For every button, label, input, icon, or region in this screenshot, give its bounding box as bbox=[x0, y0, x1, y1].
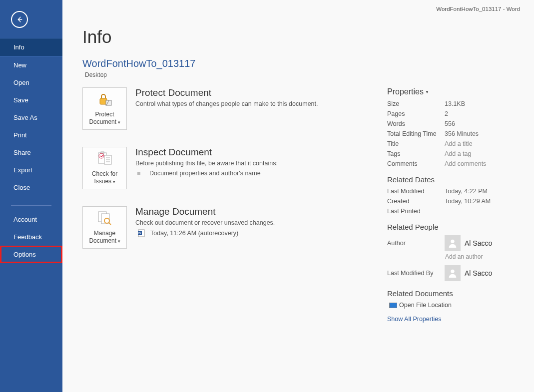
nav-open[interactable]: Open bbox=[0, 74, 62, 91]
actions-column: Protect Document ▾ Protect Document Cont… bbox=[82, 87, 387, 323]
last-modified-by-row: Last Modified By Al Sacco bbox=[387, 265, 522, 281]
bullet-icon bbox=[137, 172, 140, 175]
inspect-document-section: Check for Issues ▾ Inspect Document Befo… bbox=[82, 147, 387, 189]
related-dates-header: Related Dates bbox=[387, 175, 522, 184]
property-value: 356 Minutes bbox=[445, 130, 479, 137]
word-doc-icon: W bbox=[137, 229, 145, 237]
property-label: Total Editing Time bbox=[387, 130, 445, 137]
show-all-properties-link[interactable]: Show All Properties bbox=[387, 316, 522, 323]
property-row: Words556 bbox=[387, 120, 522, 127]
arrow-left-icon bbox=[15, 15, 24, 24]
protect-document-section: Protect Document ▾ Protect Document Cont… bbox=[82, 87, 387, 130]
last-modified-by-name: Al Sacco bbox=[465, 269, 492, 277]
avatar-icon bbox=[445, 235, 461, 251]
nav-options[interactable]: Options bbox=[0, 246, 62, 263]
property-value[interactable]: Add a title bbox=[445, 140, 473, 147]
manage-document-button[interactable]: Manage Document ▾ bbox=[82, 206, 127, 249]
monitor-icon bbox=[389, 303, 397, 308]
date-label: Created bbox=[387, 198, 445, 205]
protect-document-button[interactable]: Protect Document ▾ bbox=[82, 87, 127, 130]
inspect-bullet: Document properties and author's name bbox=[135, 170, 278, 177]
svg-line-14 bbox=[109, 223, 111, 225]
property-label: Size bbox=[387, 100, 445, 107]
svg-point-19 bbox=[451, 270, 454, 273]
property-label: Title bbox=[387, 140, 445, 147]
manage-document-desc: Check out document or recover unsaved ch… bbox=[135, 219, 275, 226]
svg-text:W: W bbox=[138, 232, 141, 235]
document-path: Desktop bbox=[85, 71, 522, 78]
author-name: Al Sacco bbox=[465, 239, 492, 247]
property-row: TitleAdd a title bbox=[387, 140, 522, 147]
property-value: 13.1KB bbox=[445, 100, 465, 107]
open-file-location-link[interactable]: Open File Location bbox=[389, 302, 522, 309]
inspect-document-desc: Before publishing this file, be aware th… bbox=[135, 160, 278, 167]
nav-close[interactable]: Close bbox=[0, 179, 62, 196]
svg-point-18 bbox=[451, 240, 454, 243]
protect-document-title: Protect Document bbox=[135, 87, 318, 98]
nav-new[interactable]: New bbox=[0, 56, 62, 74]
nav-account[interactable]: Account bbox=[0, 211, 62, 228]
document-name: WordFontHowTo_013117 bbox=[82, 58, 522, 69]
window-title: WordFontHowTo_013117 - Word bbox=[82, 6, 522, 12]
back-button[interactable] bbox=[11, 11, 28, 28]
properties-panel: Properties▼ Size13.1KBPages2Words556Tota… bbox=[387, 87, 522, 323]
property-row: Size13.1KB bbox=[387, 100, 522, 107]
date-label: Last Printed bbox=[387, 208, 445, 215]
nav-save[interactable]: Save bbox=[0, 91, 62, 109]
property-row: CommentsAdd comments bbox=[387, 160, 522, 167]
backstage-sidebar: InfoNewOpenSaveSave AsPrintShareExportCl… bbox=[0, 0, 62, 392]
page-title: Info bbox=[82, 27, 522, 47]
protect-document-desc: Control what types of changes people can… bbox=[135, 100, 318, 107]
property-row: Total Editing Time356 Minutes bbox=[387, 130, 522, 137]
property-value: 2 bbox=[445, 110, 448, 117]
check-for-issues-button[interactable]: Check for Issues ▾ bbox=[82, 147, 127, 189]
property-label: Comments bbox=[387, 160, 445, 167]
dropdown-arrow-icon: ▾ bbox=[116, 239, 120, 244]
date-row: CreatedToday, 10:29 AM bbox=[387, 198, 522, 205]
property-value[interactable]: Add a tag bbox=[445, 150, 472, 157]
property-row: TagsAdd a tag bbox=[387, 150, 522, 157]
property-label: Pages bbox=[387, 110, 445, 117]
nav-separator bbox=[11, 205, 51, 206]
manage-document-title: Manage Document bbox=[135, 206, 275, 217]
date-value: Today, 4:22 PM bbox=[445, 188, 488, 195]
property-value[interactable]: Add comments bbox=[445, 160, 486, 167]
author-row: Author Al Sacco bbox=[387, 235, 522, 251]
nav-export[interactable]: Export bbox=[0, 161, 62, 179]
nav-print[interactable]: Print bbox=[0, 126, 62, 144]
dropdown-arrow-icon: ▼ bbox=[425, 90, 429, 94]
add-author-link[interactable]: Add an author bbox=[445, 253, 522, 260]
lock-shield-icon bbox=[97, 91, 112, 108]
manage-document-section: Manage Document ▾ Manage Document Check … bbox=[82, 206, 387, 249]
autorecovery-entry[interactable]: W Today, 11:26 AM (autorecovery) bbox=[135, 229, 275, 237]
date-row: Last Printed bbox=[387, 208, 522, 215]
date-value: Today, 10:29 AM bbox=[445, 198, 491, 205]
documents-magnify-icon bbox=[97, 210, 112, 227]
date-label: Last Modified bbox=[387, 188, 445, 195]
inspect-document-title: Inspect Document bbox=[135, 147, 278, 158]
property-value: 556 bbox=[445, 120, 455, 127]
dropdown-arrow-icon: ▾ bbox=[116, 120, 120, 125]
svg-rect-0 bbox=[18, 19, 22, 20]
property-label: Words bbox=[387, 120, 445, 127]
properties-dropdown[interactable]: Properties▼ bbox=[387, 87, 522, 96]
nav-share[interactable]: Share bbox=[0, 144, 62, 161]
property-label: Tags bbox=[387, 150, 445, 157]
related-documents-header: Related Documents bbox=[387, 289, 522, 298]
related-people-header: Related People bbox=[387, 223, 522, 231]
dropdown-arrow-icon: ▾ bbox=[111, 179, 115, 184]
date-row: Last ModifiedToday, 4:22 PM bbox=[387, 188, 522, 195]
nav-save-as[interactable]: Save As bbox=[0, 109, 62, 126]
nav-info[interactable]: Info bbox=[0, 38, 62, 56]
nav-feedback[interactable]: Feedback bbox=[0, 228, 62, 246]
clipboard-check-icon bbox=[97, 150, 112, 167]
main-content: WordFontHowTo_013117 - Word Info WordFon… bbox=[62, 0, 534, 392]
property-row: Pages2 bbox=[387, 110, 522, 117]
avatar-icon bbox=[445, 265, 461, 281]
